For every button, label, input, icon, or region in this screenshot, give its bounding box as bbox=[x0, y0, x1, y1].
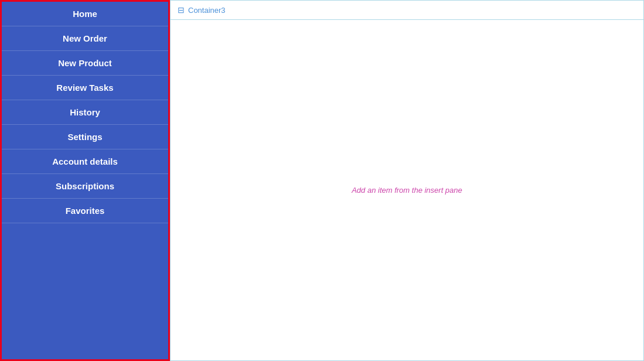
main-body: Add an item from the insert pane bbox=[171, 20, 643, 360]
sidebar-item-label: Home bbox=[73, 9, 97, 19]
main-content: ⊟ Container3 Add an item from the insert… bbox=[170, 0, 644, 361]
sidebar-item-label: New Order bbox=[63, 33, 107, 43]
sidebar-item-history[interactable]: History bbox=[2, 100, 168, 125]
container-label: Container3 bbox=[188, 6, 226, 15]
sidebar-item-home[interactable]: Home bbox=[2, 2, 168, 26]
sidebar-item-label: Settings bbox=[67, 132, 102, 142]
sidebar-empty-space bbox=[2, 223, 168, 359]
sidebar-item-account-details[interactable]: Account details bbox=[2, 149, 168, 174]
placeholder-text: Add an item from the insert pane bbox=[352, 186, 462, 195]
sidebar-item-label: Favorites bbox=[66, 206, 105, 216]
sidebar-item-label: Review Tasks bbox=[56, 83, 113, 93]
container-icon: ⊟ bbox=[178, 5, 185, 15]
sidebar-item-settings[interactable]: Settings bbox=[2, 125, 168, 149]
sidebar-item-subscriptions[interactable]: Subscriptions bbox=[2, 174, 168, 199]
sidebar-item-favorites[interactable]: Favorites bbox=[2, 199, 168, 223]
sidebar: Home New Order New Product Review Tasks … bbox=[0, 0, 170, 361]
sidebar-item-label: Account details bbox=[52, 156, 118, 166]
sidebar-item-label: Subscriptions bbox=[56, 181, 114, 191]
sidebar-item-review-tasks[interactable]: Review Tasks bbox=[2, 76, 168, 100]
main-header: ⊟ Container3 bbox=[171, 1, 643, 20]
sidebar-item-label: New Product bbox=[58, 58, 112, 68]
sidebar-item-new-order[interactable]: New Order bbox=[2, 26, 168, 51]
sidebar-item-label: History bbox=[70, 107, 100, 117]
sidebar-item-new-product[interactable]: New Product bbox=[2, 51, 168, 76]
